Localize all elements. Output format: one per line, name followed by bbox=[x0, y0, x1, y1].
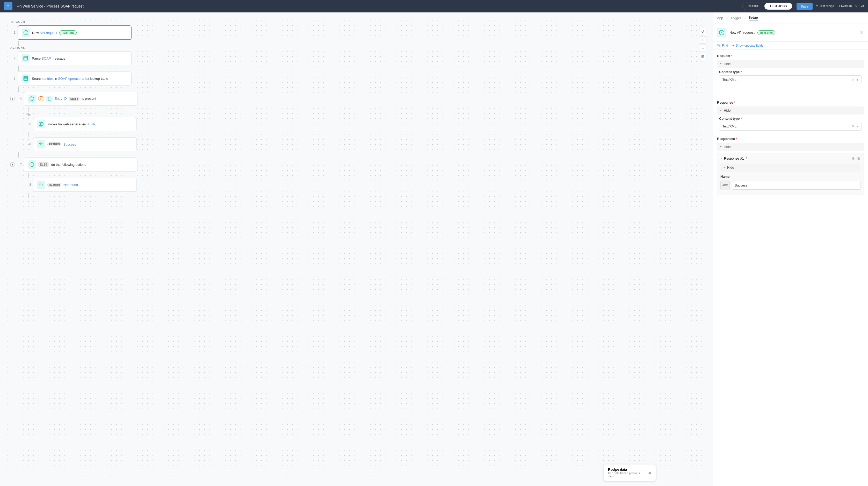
canvas-background: ↺ + − ⊞ TRIGGER 1 New API re bbox=[5, 18, 708, 481]
canvas-tools: ↺ + − ⊞ bbox=[699, 28, 706, 60]
refresh-canvas-button[interactable]: ↺ bbox=[699, 28, 706, 35]
zoom-out-button[interactable]: − bbox=[699, 44, 706, 52]
breadcrumb-trigger[interactable]: Trigger bbox=[731, 16, 741, 20]
trigger-section-label: TRIGGER bbox=[10, 20, 702, 23]
connector-8-end bbox=[29, 193, 29, 198]
name-field-row: ABC bbox=[720, 181, 861, 190]
close-icon: ✕ bbox=[855, 4, 858, 8]
clear-icon-resp[interactable]: ✕ bbox=[852, 124, 855, 128]
connector-1-2 bbox=[18, 41, 19, 46]
name-field-label: Name bbox=[720, 175, 861, 179]
step-row-1: 1 New API request Real-time bbox=[10, 25, 702, 40]
connector-7-8 bbox=[29, 173, 29, 178]
if-badge: IF bbox=[38, 96, 44, 101]
refresh-icon: ↺ bbox=[837, 4, 840, 8]
app-icon: ≡ bbox=[4, 2, 12, 10]
response-1-actions: ⊕ 🗑 bbox=[852, 156, 861, 160]
response-1-section: ▾ Response #1 * ⊕ 🗑 ▾ Hide bbox=[717, 153, 864, 195]
responses-section: Responses * ▾ Hide ▾ Response #1 * ⊕ bbox=[717, 137, 864, 195]
step-text-3: Search entries in SOAP operations list l… bbox=[32, 77, 108, 81]
step-box-2[interactable]: Parse SOAP message bbox=[18, 51, 131, 65]
topbar-actions: Save ⊙ Test recipe ↺ Refresh ✕ Exit bbox=[797, 3, 864, 10]
step-box-3[interactable]: Search entries in SOAP operations list l… bbox=[18, 71, 131, 86]
recipe-canvas[interactable]: ↺ + − ⊞ TRIGGER 1 New API re bbox=[0, 12, 713, 486]
step-num-1: 1 bbox=[10, 31, 16, 34]
panel-header-title: New API request Real-time bbox=[730, 30, 775, 35]
step-icon-4b bbox=[46, 96, 53, 102]
content-type-select-req[interactable]: Text/XML ✕ ▾ bbox=[719, 75, 862, 84]
response-1-label: Response #1 bbox=[724, 156, 744, 160]
content-type-label-req: Content type * bbox=[719, 70, 862, 74]
request-hide-toggle[interactable]: ▾ Hide bbox=[717, 60, 864, 68]
show-optional-button[interactable]: ✦ Show optional fields bbox=[732, 44, 764, 48]
content-type-value-resp: Text/XML bbox=[722, 124, 852, 128]
return-badge-6: RETURN bbox=[48, 143, 61, 146]
chevron-down-icon-resp2[interactable]: ▾ bbox=[857, 124, 859, 128]
mode-tabs: RECIPE TEST JOBS bbox=[742, 3, 792, 10]
step-num-7: 7 bbox=[17, 163, 22, 166]
panel-close-button[interactable]: ✕ bbox=[860, 30, 864, 35]
step-text-4: Entry ID Step 3 is present bbox=[55, 97, 96, 101]
name-input[interactable] bbox=[732, 181, 861, 190]
content-type-select-resp[interactable]: Text/XML ✕ ▾ bbox=[719, 122, 862, 130]
step-text-2: Parse SOAP message bbox=[32, 57, 65, 60]
step-icon-2 bbox=[22, 54, 30, 62]
step-icon-7 bbox=[28, 160, 36, 169]
request-section: Request * ▾ Hide Content type * Text/XML… bbox=[717, 54, 864, 96]
step-box-5[interactable]: Invoke fin web service via HTTP bbox=[33, 117, 137, 131]
tab-recipe[interactable]: RECIPE bbox=[742, 3, 765, 9]
yes-label: Yes bbox=[26, 113, 702, 116]
connector-3-4 bbox=[18, 87, 19, 92]
step-box-1[interactable]: New API request Real-time bbox=[18, 25, 131, 40]
response-1-header: ▾ Response #1 * ⊕ 🗑 bbox=[720, 156, 861, 160]
recipe-data-panel[interactable]: Recipe data Use data from a previous ste… bbox=[604, 464, 656, 481]
step-box-6[interactable]: RETURN Success bbox=[33, 137, 137, 151]
request-required: * bbox=[731, 54, 733, 58]
topbar: ≡ Fin Web Service - Process SOAP request… bbox=[0, 0, 868, 12]
step-icon-6 bbox=[37, 140, 45, 148]
response-1-hide-toggle[interactable]: ▾ Hide bbox=[720, 163, 861, 172]
tab-testjobs[interactable]: TEST JOBS bbox=[765, 3, 792, 9]
panel-content[interactable]: Request * ▾ Hide Content type * Text/XML… bbox=[713, 50, 868, 486]
response-hide-toggle[interactable]: ▾ Hide bbox=[717, 107, 864, 115]
response-label: Response * bbox=[717, 100, 864, 104]
recipe-data-expand-icon[interactable]: ⇄ bbox=[648, 471, 652, 475]
collapse-4[interactable]: ▾ bbox=[10, 97, 14, 101]
chevron-down-icon-r1h: ▾ bbox=[723, 166, 725, 169]
find-button[interactable]: 🔍 Find bbox=[717, 44, 728, 48]
exit-button[interactable]: ✕ Exit bbox=[855, 4, 864, 8]
zoom-in-button[interactable]: + bbox=[699, 36, 706, 43]
step-box-7[interactable]: ELSE do the following actions bbox=[24, 157, 138, 172]
chevron-down-icon-req[interactable]: ▾ bbox=[857, 78, 859, 82]
save-button[interactable]: Save bbox=[797, 3, 813, 10]
step-box-4[interactable]: IF Entry ID Step 3 is present bbox=[24, 92, 138, 106]
step-row-3: 3 Search entries in SOAP operations list… bbox=[10, 71, 702, 86]
clear-icon-req[interactable]: ✕ bbox=[852, 78, 855, 82]
panel-app-icon bbox=[717, 28, 726, 37]
collapse-7[interactable]: ▾ bbox=[10, 162, 14, 166]
else-badge: ELSE bbox=[38, 162, 49, 167]
request-content: Content type * Text/XML ✕ ▾ bbox=[717, 70, 864, 96]
refresh-button[interactable]: ↺ Refresh bbox=[837, 4, 852, 8]
move-icon[interactable]: ⊕ bbox=[852, 156, 855, 160]
breadcrumb-app[interactable]: App bbox=[717, 16, 723, 20]
content-type-value-req: Text/XML bbox=[722, 78, 852, 82]
else-branch: 8 RETURN Not found bbox=[26, 173, 702, 198]
step-icon-1 bbox=[22, 29, 30, 37]
connector-6-7 bbox=[18, 152, 19, 157]
step-icon-8 bbox=[37, 181, 45, 189]
step-box-8[interactable]: RETURN Not found bbox=[33, 178, 137, 192]
request-spacer bbox=[719, 84, 862, 94]
delete-icon[interactable]: 🗑 bbox=[857, 156, 861, 160]
search-icon: 🔍 bbox=[717, 44, 721, 48]
breadcrumb-setup[interactable]: Setup bbox=[749, 16, 758, 21]
step-row-2: 2 Parse SOAP message bbox=[10, 51, 702, 65]
test-recipe-button[interactable]: ⊙ Test recipe bbox=[816, 4, 834, 8]
responses-hide-toggle[interactable]: ▾ Hide bbox=[717, 143, 864, 151]
breadcrumb-arrow-1: → bbox=[725, 16, 728, 20]
fit-button[interactable]: ⊞ bbox=[699, 53, 706, 60]
request-label: Request * bbox=[717, 54, 864, 58]
panel-header: New API request Real-time ✕ bbox=[713, 24, 868, 42]
step-icon-4 bbox=[28, 95, 36, 103]
recipe-data-subtitle: Use data from a previous step bbox=[608, 472, 645, 478]
